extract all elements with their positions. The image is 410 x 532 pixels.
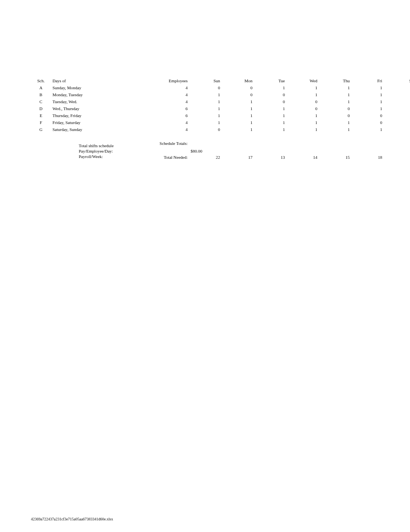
header-thu: Thu: [319, 77, 351, 84]
cell-sch: G: [31, 126, 51, 133]
cell-day: 1: [254, 84, 286, 91]
header-employees: Employees: [127, 77, 189, 84]
cell-days: Saturday, Sunday: [51, 126, 127, 133]
cell-day: 1: [384, 112, 410, 119]
table-row: ASunday, Monday40011111: [31, 84, 410, 91]
total-needed-sat: 24: [384, 154, 410, 161]
cell-day: 1: [222, 126, 254, 133]
total-needed-thu: 15: [319, 154, 351, 161]
cell-day: 1: [189, 119, 222, 126]
table-row: EThursday, Friday61111001: [31, 112, 410, 119]
cell-day: 1: [254, 126, 286, 133]
table-row: FFriday, Saturday41111100: [31, 119, 410, 126]
cell-day: 1: [319, 91, 351, 98]
cell-sch: F: [31, 119, 51, 126]
cell-employees: 4: [127, 84, 189, 91]
cell-day: 1: [189, 112, 222, 119]
cell-day: 1: [222, 112, 254, 119]
cell-day: 1: [286, 84, 319, 91]
cell-sch: E: [31, 112, 51, 119]
cell-day: 1: [286, 126, 319, 133]
cell-day: 0: [254, 91, 286, 98]
cell-day: 1: [254, 112, 286, 119]
header-tue: Tue: [254, 77, 286, 84]
header-sch: Sch.: [31, 77, 51, 84]
cell-day: 0: [319, 112, 351, 119]
cell-days: Monday, Tuesday: [51, 91, 127, 98]
cell-days: Thursday, Friday: [51, 112, 127, 119]
cell-sch: A: [31, 84, 51, 91]
cell-day: 0: [254, 98, 286, 105]
footer-block: Total shifts schedule Pay/Employee/Day: …: [79, 143, 233, 159]
table-row: BMonday, Tuesday41001111: [31, 91, 410, 98]
cell-day: 0: [189, 84, 222, 91]
cell-day: 0: [351, 112, 384, 119]
filename-text: 42369a722437a231cf3e715a05aa67383341d60e…: [31, 517, 113, 521]
cell-day: 1: [384, 105, 410, 112]
cell-day: 1: [351, 91, 384, 98]
cell-day: 1: [351, 126, 384, 133]
cell-day: 0: [222, 91, 254, 98]
header-sat: Sat: [384, 77, 410, 84]
header-wed: Wed: [286, 77, 319, 84]
cell-day: 1: [222, 98, 254, 105]
cell-day: 1: [189, 105, 222, 112]
payroll-week-label: Payroll/Week:: [79, 154, 156, 159]
cell-employees: 6: [127, 105, 189, 112]
cell-day: 1: [384, 98, 410, 105]
cell-employees: 4: [127, 91, 189, 98]
cell-days: Sunday, Monday: [51, 84, 127, 91]
cell-days: Friday, Saturday: [51, 119, 127, 126]
header-row: Sch. Days of Employees Sun Mon Tue Wed T…: [31, 77, 410, 84]
cell-day: 0: [222, 84, 254, 91]
cell-day: 0: [384, 119, 410, 126]
header-mon: Mon: [222, 77, 254, 84]
cell-day: 1: [351, 98, 384, 105]
total-needed-fri: 18: [351, 154, 384, 161]
cell-day: 1: [286, 91, 319, 98]
header-sun: Sun: [189, 77, 222, 84]
cell-day: 1: [384, 84, 410, 91]
cell-days: Tuesday, Wed.: [51, 98, 127, 105]
cell-day: 1: [189, 91, 222, 98]
pay-per-employee-label: Pay/Employee/Day:: [79, 149, 156, 153]
total-shifts-label: Total shifts schedule: [79, 143, 156, 148]
cell-day: 1: [222, 119, 254, 126]
cell-day: 1: [319, 126, 351, 133]
cell-day: 1: [319, 84, 351, 91]
cell-day: 1: [254, 105, 286, 112]
cell-day: 0: [189, 126, 222, 133]
header-fri: Fri: [351, 77, 384, 84]
cell-employees: 4: [127, 119, 189, 126]
cell-day: 1: [351, 84, 384, 91]
cell-day: 1: [189, 98, 222, 105]
cell-day: 1: [286, 112, 319, 119]
cell-day: 0: [384, 126, 410, 133]
pay-per-employee-value: $80.00: [156, 149, 202, 153]
cell-day: 1: [384, 91, 410, 98]
table-row: DWed., Thursday61110011: [31, 105, 410, 112]
cell-day: 1: [351, 105, 384, 112]
cell-day: 1: [286, 119, 319, 126]
cell-sch: D: [31, 105, 51, 112]
table-row: GSaturday, Sunday40111110: [31, 126, 410, 133]
cell-employees: 6: [127, 112, 189, 119]
cell-employees: 4: [127, 98, 189, 105]
cell-days: Wed., Thursday: [51, 105, 127, 112]
cell-day: 0: [351, 119, 384, 126]
cell-day: 1: [319, 98, 351, 105]
cell-sch: B: [31, 91, 51, 98]
cell-day: 0: [286, 98, 319, 105]
header-days: Days of: [51, 77, 127, 84]
table-row: CTuesday, Wed.41100111: [31, 98, 410, 105]
cell-day: 1: [254, 119, 286, 126]
cell-day: 1: [319, 119, 351, 126]
cell-day: 0: [319, 105, 351, 112]
cell-employees: 4: [127, 126, 189, 133]
cell-day: 0: [286, 105, 319, 112]
cell-sch: C: [31, 98, 51, 105]
total-needed-wed: 14: [286, 154, 319, 161]
total-needed-tue: 13: [254, 154, 286, 161]
cell-day: 1: [222, 105, 254, 112]
